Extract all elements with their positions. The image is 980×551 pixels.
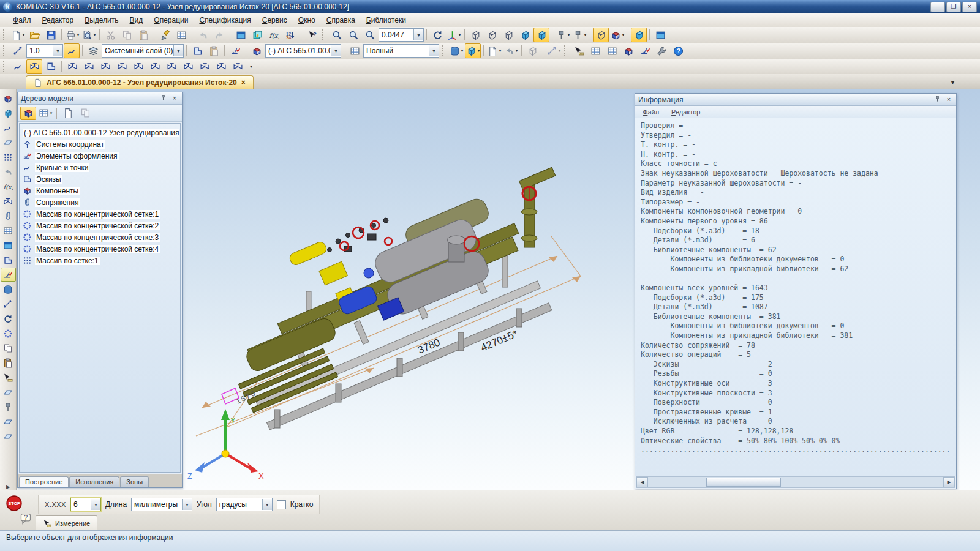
menu-service[interactable]: Сервис bbox=[257, 14, 293, 26]
slope-tool-button[interactable] bbox=[1, 414, 16, 429]
placement-button[interactable] bbox=[206, 43, 222, 58]
solid-tool-button[interactable] bbox=[1, 106, 16, 120]
menu-file[interactable]: Файл bbox=[7, 14, 37, 26]
fitting-tee-button[interactable] bbox=[180, 59, 196, 74]
stamp-plane-tool-button[interactable] bbox=[1, 385, 16, 399]
size-box-button[interactable] bbox=[524, 43, 540, 58]
surface-display-button[interactable] bbox=[448, 43, 464, 58]
toolbar-grip[interactable] bbox=[3, 61, 7, 72]
clip-surface-button[interactable] bbox=[555, 28, 571, 42]
pipeline-bend-button[interactable] bbox=[43, 59, 59, 74]
hidden-lines-mode-button[interactable] bbox=[484, 28, 500, 42]
shaded-with-edges-mode-button[interactable] bbox=[533, 28, 549, 42]
circular-copy-tool-button[interactable] bbox=[1, 326, 16, 340]
pipeline-element-button[interactable] bbox=[26, 59, 42, 74]
toolbar-grip[interactable] bbox=[564, 45, 568, 56]
tree-item-decoration-elements[interactable]: Элементы оформления bbox=[21, 150, 179, 162]
tree-report-button[interactable] bbox=[60, 107, 76, 120]
new-document-button[interactable] bbox=[10, 28, 26, 42]
copy-object-tool-button[interactable] bbox=[1, 341, 16, 355]
precision-combo[interactable]: 6▼ bbox=[70, 498, 101, 511]
tree-item-curves-points[interactable]: Кривые и точки bbox=[21, 162, 179, 173]
tree-item-concentric-array-4[interactable]: Массив по концентрической сетке:4 bbox=[21, 243, 179, 255]
sheet-metal-tool-button[interactable] bbox=[1, 223, 16, 238]
redo-button[interactable] bbox=[211, 28, 227, 42]
print-preview-button[interactable] bbox=[81, 28, 97, 42]
fitting-reducer-button[interactable] bbox=[213, 59, 229, 74]
dimension-tool-button[interactable] bbox=[1, 297, 16, 311]
print-button[interactable] bbox=[64, 28, 80, 42]
points-array-tool-button[interactable] bbox=[1, 150, 16, 164]
information-hscrollbar[interactable]: ◀ ▶ bbox=[636, 476, 956, 488]
toolbar-grip[interactable] bbox=[322, 29, 326, 40]
mass-properties-button[interactable] bbox=[620, 43, 636, 58]
tab-versions[interactable]: Исполнения bbox=[69, 476, 119, 487]
extrude-tool-button[interactable] bbox=[1, 91, 16, 105]
face-color-button[interactable] bbox=[465, 43, 481, 58]
toolbar-overflow-button[interactable]: ▼ bbox=[246, 59, 256, 74]
quick-direction-button[interactable] bbox=[609, 28, 625, 42]
current-part-icon[interactable] bbox=[249, 43, 265, 58]
measure-tool-button[interactable] bbox=[1, 268, 16, 282]
orientation-button[interactable] bbox=[446, 28, 462, 42]
close-icon[interactable]: × bbox=[944, 96, 953, 104]
menu-editor[interactable]: Редактор bbox=[37, 14, 80, 26]
minimize-button[interactable]: – bbox=[930, 2, 945, 12]
toolbar-grip[interactable] bbox=[3, 29, 7, 40]
auto-dimension-button[interactable] bbox=[546, 43, 562, 58]
document-tab[interactable]: АГС 565.01.00.000-12 - Узел редуцировани… bbox=[26, 75, 254, 89]
fitting-cap-button[interactable] bbox=[230, 59, 246, 74]
help-button[interactable] bbox=[670, 43, 686, 58]
step-combo[interactable]: 1.0▼ bbox=[26, 44, 63, 58]
tab-construction[interactable]: Построение bbox=[19, 476, 69, 487]
layers-button[interactable] bbox=[85, 43, 101, 58]
detail-level-icon[interactable] bbox=[347, 43, 363, 58]
zoom-area-button[interactable] bbox=[345, 28, 361, 42]
info-menu-editor[interactable]: Редактор bbox=[671, 108, 700, 116]
tab-close-icon[interactable]: × bbox=[241, 78, 246, 87]
rotate-copy-tool-button[interactable] bbox=[1, 312, 16, 326]
large-assembly-mode-button[interactable] bbox=[652, 28, 668, 42]
length-units-combo[interactable]: миллиметры▼ bbox=[131, 498, 192, 511]
surface-tool-button[interactable] bbox=[1, 135, 16, 149]
library-manager-button[interactable] bbox=[249, 28, 265, 42]
new-window-button[interactable] bbox=[233, 28, 249, 42]
measurement-tab[interactable]: Измерение bbox=[36, 515, 97, 530]
layer-combo[interactable]: Системный слой (0)▼ bbox=[102, 44, 184, 58]
check-collision-tool-button[interactable] bbox=[1, 370, 16, 384]
scroll-left-icon[interactable]: ◀ bbox=[636, 477, 648, 487]
brief-checkbox[interactable] bbox=[277, 500, 286, 509]
tree-item-concentric-array-1[interactable]: Массив по концентрической сетке:1 bbox=[21, 208, 179, 220]
cut-button[interactable] bbox=[102, 28, 118, 42]
menu-window[interactable]: Окно bbox=[293, 14, 321, 26]
settings-wrench-button[interactable] bbox=[654, 43, 669, 58]
properties-button[interactable] bbox=[173, 28, 189, 42]
menu-libraries[interactable]: Библиотеки bbox=[361, 14, 412, 26]
menu-specification[interactable]: Спецификация bbox=[194, 14, 256, 26]
scale-combo[interactable]: 0.0447▼ bbox=[379, 28, 424, 42]
check-numbers-button[interactable] bbox=[637, 43, 653, 58]
flag-plane-tool-button[interactable] bbox=[1, 429, 16, 443]
mates-tool-button[interactable] bbox=[1, 209, 16, 223]
tree-item-components[interactable]: Компоненты bbox=[21, 185, 179, 197]
current-part-combo[interactable]: (-) АГС 565.01.00.00(▼ bbox=[265, 44, 341, 58]
stop-button[interactable] bbox=[6, 495, 22, 511]
specification-table-button[interactable] bbox=[604, 43, 620, 58]
sort-parameters-button[interactable] bbox=[282, 28, 298, 42]
menu-select[interactable]: Выделить bbox=[79, 14, 124, 26]
tree-item-sketches[interactable]: Эскизы bbox=[21, 173, 179, 185]
scroll-thumb[interactable] bbox=[706, 478, 781, 487]
transfer-tool-button[interactable] bbox=[1, 356, 16, 370]
snap-settings-button[interactable] bbox=[64, 43, 80, 58]
bend-tool-button[interactable] bbox=[1, 253, 16, 267]
toolbar-grip[interactable] bbox=[3, 45, 7, 56]
zoom-page-button[interactable] bbox=[329, 28, 345, 42]
copy-properties-button[interactable] bbox=[157, 28, 173, 42]
tree-item-concentric-array-3[interactable]: Массив по концентрической сетке:3 bbox=[21, 231, 179, 243]
direction-tool-button[interactable] bbox=[1, 165, 16, 179]
context-help-button[interactable] bbox=[304, 28, 320, 42]
copy-button[interactable] bbox=[119, 28, 135, 42]
fitting-flange-button[interactable] bbox=[64, 59, 80, 74]
text-3d-tool-button[interactable] bbox=[1, 179, 16, 193]
tree-item-grid-array-1[interactable]: Массив по сетке:1 bbox=[21, 255, 179, 266]
